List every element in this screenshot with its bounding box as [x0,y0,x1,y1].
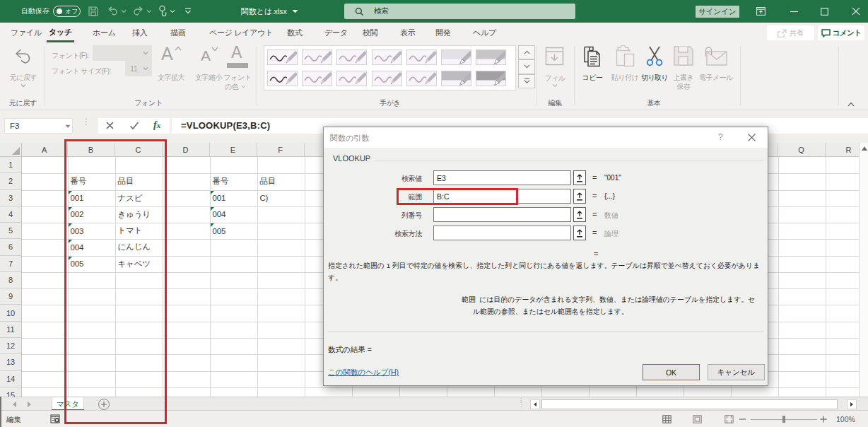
shrink-font-icon[interactable]: A [201,47,211,64]
normal-view-icon[interactable] [662,415,671,423]
email-icon[interactable] [701,47,728,66]
ribbon-tab-開発[interactable]: 開発 [433,23,452,42]
pen-squiggle-tile[interactable] [406,49,437,66]
cell-C5[interactable]: トマト [115,223,163,239]
pen-squiggle-tile[interactable] [302,49,332,66]
new-sheet-button[interactable] [98,399,110,410]
row-header-11[interactable]: 11 [0,322,22,338]
cell-B4[interactable]: 002 [68,206,115,223]
cancel-entry-icon[interactable] [105,121,115,130]
grow-font-icon[interactable]: A [161,44,173,64]
maximize-button[interactable] [814,0,835,23]
ribbon-tab-数式[interactable]: 数式 [285,23,304,42]
row-header-12[interactable]: 12 [0,338,22,354]
row-header-10[interactable]: 10 [0,305,22,321]
page-layout-view-icon[interactable] [693,415,702,423]
formula-bar-drag-handle[interactable]: ⋮ [82,119,90,124]
font-color-label-2[interactable]: の色 [219,82,252,92]
row-header-7[interactable]: 7 [0,256,22,272]
ribbon-tab-ファイル[interactable]: ファイル [8,23,44,42]
ribbon-tab-校閲[interactable]: 校閲 [360,23,380,42]
column-header-F[interactable]: F [257,143,305,157]
undo-dropdown-icon[interactable] [121,9,127,13]
page-break-view-icon[interactable] [725,415,734,423]
dialog-help-icon[interactable]: ? [718,132,723,142]
pen-squiggle-tile[interactable] [267,49,298,66]
row-header-1[interactable]: 1 [0,157,22,173]
ribbon-tab-ヘルプ[interactable]: ヘルプ [471,23,498,42]
column-header-E[interactable]: E [210,143,257,157]
gallery-scroll-down-button[interactable] [518,59,535,74]
dialog-help-link[interactable]: この関数のヘルプ(H) [328,368,399,378]
tab-scrollbar-splitter[interactable]: ⋮⋮ [518,399,524,406]
highlighter-tile[interactable] [476,49,506,66]
insert-function-icon[interactable]: fx [153,119,160,131]
row-header-5[interactable]: 5 [0,223,22,239]
paste-label[interactable]: 貼り付け [609,73,641,83]
column-header-C[interactable]: C [115,143,163,157]
copy-label[interactable]: コピー [576,73,609,83]
zoom-out-icon[interactable] [739,419,746,420]
touch-mouse-mode-icon[interactable] [157,5,168,17]
row-header-13[interactable]: 13 [0,354,22,370]
dialog-input-列番号[interactable] [433,207,571,222]
function-arguments-dialog[interactable]: 関数の引数 ? VLOOKUP = 指定された範囲の 1 列目で特定の値を検索し… [323,127,768,386]
save-large-icon[interactable] [673,45,694,66]
customize-quick-access-toolbar-icon[interactable] [184,8,192,14]
pen-squiggle-tile[interactable] [336,49,367,66]
cancel-button[interactable]: キャンセル [708,364,765,380]
cell-C2[interactable]: 品目 [115,173,163,189]
hscroll-thumb[interactable] [541,399,838,409]
save-label-1[interactable]: 上書き [667,73,700,83]
gallery-more-button[interactable] [518,74,535,89]
collapse-dialog-button[interactable] [573,226,586,240]
cell-E5[interactable]: 005 [210,223,257,239]
macro-record-icon[interactable] [50,414,61,424]
cell-E4[interactable]: 004 [210,206,257,223]
collapse-dialog-button[interactable] [573,207,586,222]
vertical-scrollbar[interactable] [859,143,868,397]
enter-entry-icon[interactable] [129,121,139,130]
row-header-4[interactable]: 4 [0,206,22,223]
dialog-close-icon[interactable] [747,133,756,142]
cell-B2[interactable]: 番号 [68,173,115,189]
fill-label[interactable]: フィル [539,74,571,83]
column-header-A[interactable]: A [22,143,68,157]
font-color-icon[interactable]: A [231,43,242,62]
ribbon-tab-描画[interactable]: 描画 [168,23,187,42]
save-icon[interactable] [88,6,99,17]
paste-icon[interactable] [614,45,635,68]
pen-squiggle-tile[interactable] [406,71,437,87]
close-button[interactable] [845,0,867,23]
cell-F3[interactable]: C) [257,190,305,206]
cell-E2[interactable]: 番号 [210,173,257,189]
hscroll-right-button[interactable] [847,399,857,409]
zoom-slider-thumb[interactable] [782,416,785,423]
name-box[interactable]: F3 [4,118,73,134]
font-size-select[interactable]: 11 [125,61,152,76]
undo-split-dropdown-icon[interactable] [20,83,26,88]
cell-C7[interactable]: キャベツ [115,256,163,272]
row-header-6[interactable]: 6 [0,239,22,255]
select-all-button[interactable] [0,143,22,157]
autosave-toggle[interactable]: オフ [53,6,81,17]
comments-button[interactable]: コメント [818,25,864,40]
dialog-title-bar[interactable]: 関数の引数 ? [324,127,768,148]
collapse-dialog-button[interactable] [573,170,586,185]
column-header-D[interactable]: D [163,143,210,157]
undo-icon[interactable] [107,6,119,17]
dialog-input-範囲[interactable]: B:C [433,189,571,204]
ribbon-tab-ページ レイアウト[interactable]: ページ レイアウト [207,23,275,42]
ribbon-tab-ホーム[interactable]: ホーム [90,23,118,42]
share-button[interactable]: 共有 [767,25,814,40]
ribbon-tab-タッチ[interactable]: タッチ [47,23,74,42]
font-name-select[interactable] [93,45,152,61]
ribbon-display-options-icon[interactable] [756,7,766,16]
pen-squiggle-tile[interactable] [336,71,367,87]
sign-in-button[interactable]: サインイン [696,6,739,18]
cell-B6[interactable]: 004 [68,239,115,255]
hscroll-left-button[interactable] [530,399,540,409]
email-label[interactable]: 電子メール [696,73,736,83]
sheet-nav-left-icon[interactable] [13,402,16,407]
row-header-2[interactable]: 2 [0,173,22,189]
